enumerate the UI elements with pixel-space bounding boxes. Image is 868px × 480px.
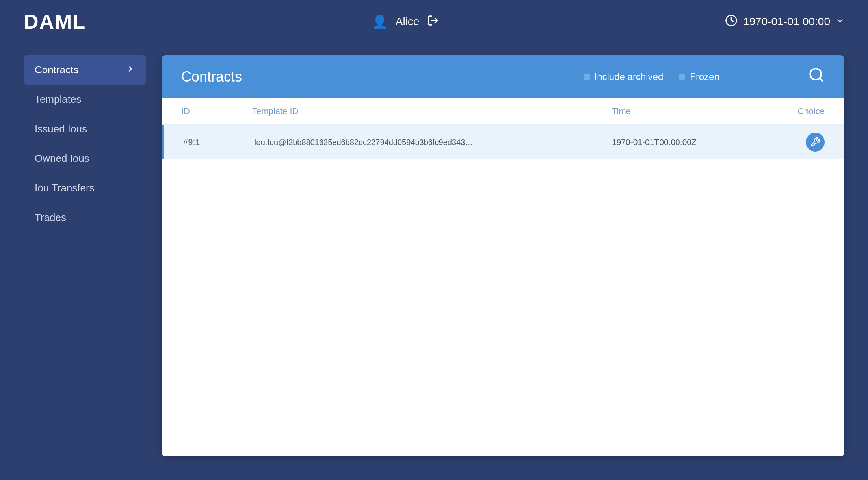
sidebar-item-label: Issued Ious (35, 123, 87, 135)
sidebar-item-label: Templates (35, 93, 82, 105)
choice-button[interactable] (806, 133, 825, 152)
clock-icon (725, 14, 738, 30)
cell-choice (746, 133, 825, 152)
search-button[interactable] (808, 67, 825, 87)
chevron-right-icon (126, 64, 135, 76)
frozen-checkbox[interactable] (679, 74, 685, 80)
sidebar-item-contracts[interactable]: Contracts (24, 55, 146, 85)
include-archived-label: Include archived (595, 71, 664, 82)
include-archived-checkbox[interactable] (584, 74, 590, 80)
app-logo: DAML (24, 10, 86, 33)
col-header-time: Time (612, 106, 746, 117)
user-section: 👤 Alice (372, 14, 439, 29)
main-layout: Contracts Templates Issued Ious Owned Io… (0, 43, 868, 480)
cell-template-id: Iou:Iou@f2bb8801625ed6b82dc22794dd0594b3… (254, 138, 612, 147)
time-section[interactable]: 1970-01-01 00:00 (725, 14, 844, 30)
frozen-label: Frozen (690, 71, 719, 82)
sidebar-item-label: Trades (35, 211, 66, 223)
sidebar-item-issued-ious[interactable]: Issued Ious (24, 114, 146, 144)
sidebar-item-label: Owned Ious (35, 152, 89, 164)
table-row[interactable]: #9:1 Iou:Iou@f2bb8801625ed6b82dc22794dd0… (162, 125, 844, 159)
table-header-row: ID Template ID Time Choice (162, 98, 844, 125)
sidebar-item-owned-ious[interactable]: Owned Ious (24, 144, 146, 173)
svg-line-3 (820, 78, 823, 81)
sidebar-item-iou-transfers[interactable]: Iou Transfers (24, 173, 146, 203)
col-header-id: ID (181, 106, 252, 117)
contracts-table: ID Template ID Time Choice #9:1 Iou:Iou@… (162, 98, 844, 456)
filter-frozen[interactable]: Frozen (679, 71, 719, 82)
content-header: Contracts Include archived Frozen (162, 55, 844, 98)
col-header-template-id: Template ID (252, 106, 612, 117)
col-header-choice: Choice (746, 106, 825, 117)
username: Alice (396, 15, 420, 28)
user-icon: 👤 (372, 14, 388, 29)
sidebar-item-templates[interactable]: Templates (24, 85, 146, 114)
content-title: Contracts (181, 69, 495, 85)
top-header: DAML 👤 Alice 1970-01-01 00:00 (0, 0, 868, 43)
sidebar-item-label: Contracts (35, 64, 78, 76)
cell-time: 1970-01-01T00:00:00Z (612, 137, 746, 147)
current-time: 1970-01-01 00:00 (743, 15, 830, 28)
header-filters: Include archived Frozen (495, 71, 809, 82)
sidebar: Contracts Templates Issued Ious Owned Io… (24, 55, 146, 456)
sidebar-item-trades[interactable]: Trades (24, 203, 146, 232)
content-panel: Contracts Include archived Frozen (162, 55, 844, 456)
sidebar-item-label: Iou Transfers (35, 182, 95, 194)
filter-include-archived[interactable]: Include archived (584, 71, 664, 82)
cell-id: #9:1 (183, 137, 254, 147)
time-chevron-icon[interactable] (836, 16, 844, 28)
logout-icon[interactable] (427, 15, 439, 29)
